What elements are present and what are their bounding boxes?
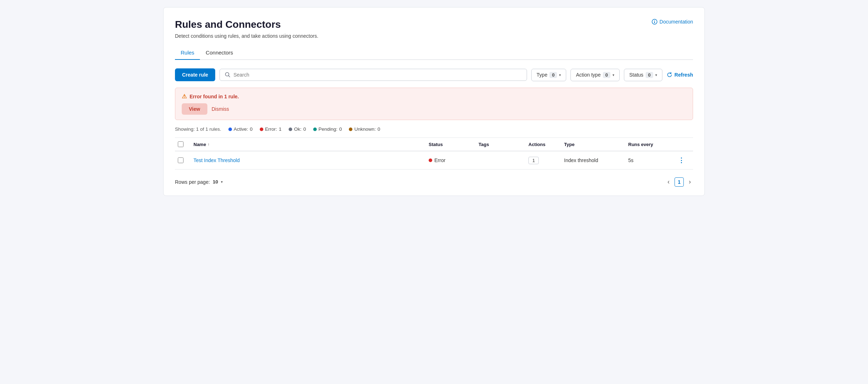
error-actions: View Dismiss (182, 103, 686, 115)
td-checkbox (175, 157, 191, 163)
pagination-row: Rows per page: 10 ▾ ‹ 1 › (175, 177, 693, 187)
create-rule-button[interactable]: Create rule (175, 68, 215, 81)
rows-per-page-value: 10 (213, 179, 218, 185)
td-name: Test Index Threshold (191, 157, 426, 163)
type-label: Type (537, 72, 547, 78)
svg-rect-2 (654, 21, 655, 23)
th-name[interactable]: Name ↑ (191, 142, 426, 147)
type-filter-button[interactable]: Type 0 ▾ (531, 69, 567, 81)
warning-icon: ⚠ (182, 93, 187, 100)
page-header: Rules and Connectors Documentation (175, 19, 693, 30)
active-count: 0 (250, 126, 253, 132)
refresh-label: Refresh (675, 72, 693, 78)
status-error-dot (429, 159, 432, 162)
error-dot (260, 128, 263, 131)
th-checkbox (175, 141, 191, 147)
current-page-number[interactable]: 1 (675, 177, 684, 187)
dismiss-error-button[interactable]: Dismiss (212, 106, 229, 112)
runs-every-value: 5s (628, 157, 634, 163)
td-type: Index threshold (561, 157, 625, 163)
type-count-badge: 0 (549, 72, 557, 78)
type-chevron-icon: ▾ (559, 73, 561, 77)
active-label: Active: (234, 126, 248, 132)
rows-per-page-chevron-icon: ▾ (221, 180, 223, 184)
th-actions: Actions (526, 142, 561, 147)
svg-line-4 (229, 76, 230, 77)
refresh-button[interactable]: Refresh (667, 72, 693, 78)
status-label: Status (629, 72, 644, 78)
rows-per-page-label: Rows per page: (175, 179, 210, 185)
status-filter-button[interactable]: Status 0 ▾ (624, 69, 662, 81)
prev-page-button[interactable]: ‹ (665, 177, 672, 187)
error-banner: ⚠ Error found in 1 rule. View Dismiss (175, 88, 693, 120)
rules-table: Name ↑ Status Tags Actions Type Runs eve… (175, 137, 693, 170)
rule-name-link[interactable]: Test Index Threshold (193, 157, 240, 163)
error-stat: Error: 1 (260, 126, 281, 132)
td-status: Error (426, 157, 476, 163)
status-value: Error (434, 157, 445, 163)
unknown-count: 0 (378, 126, 381, 132)
tab-connectors[interactable]: Connectors (200, 46, 239, 60)
error-label: Error: (265, 126, 277, 132)
td-runs-every: 5s (625, 157, 675, 163)
showing-label: Showing: 1 of 1 rules. (175, 126, 221, 132)
next-page-button[interactable]: › (687, 177, 693, 187)
name-sort-icon: ↑ (207, 142, 210, 146)
search-box (219, 69, 527, 81)
action-type-filter-button[interactable]: Action type 0 ▾ (570, 69, 620, 81)
page-container: Rules and Connectors Documentation Detec… (163, 7, 705, 196)
view-error-button[interactable]: View (182, 103, 207, 115)
ok-stat: Ok: 0 (289, 126, 306, 132)
error-count: 1 (279, 126, 282, 132)
refresh-icon (667, 72, 672, 78)
documentation-link[interactable]: Documentation (652, 19, 693, 25)
active-dot (228, 128, 232, 131)
page-subtitle: Detect conditions using rules, and take … (175, 33, 693, 39)
action-type-label: Action type (576, 72, 600, 78)
pending-stat: Pending: 0 (313, 126, 342, 132)
tab-rules[interactable]: Rules (175, 46, 200, 60)
select-all-checkbox[interactable] (178, 141, 184, 147)
unknown-dot (349, 128, 352, 131)
rows-per-page-selector[interactable]: Rows per page: 10 ▾ (175, 179, 223, 185)
status-chevron-icon: ▾ (655, 73, 657, 77)
action-type-count-badge: 0 (603, 72, 610, 78)
th-runs-every: Runs every (625, 142, 675, 147)
action-type-chevron-icon: ▾ (613, 73, 614, 77)
toolbar: Create rule Type 0 ▾ Action type 0 ▾ Sta… (175, 68, 693, 81)
search-input[interactable] (233, 72, 522, 78)
page-title: Rules and Connectors (175, 19, 281, 30)
error-banner-title: ⚠ Error found in 1 rule. (182, 93, 686, 100)
row-context-menu-button[interactable]: ⋮ (678, 156, 685, 164)
stats-row: Showing: 1 of 1 rules. Active: 0 Error: … (175, 126, 693, 132)
type-value: Index threshold (564, 157, 598, 163)
td-actions: 1 (526, 157, 561, 164)
ok-label: Ok: (294, 126, 301, 132)
th-type: Type (561, 142, 625, 147)
table-header: Name ↑ Status Tags Actions Type Runs eve… (175, 138, 693, 151)
unknown-stat: Unknown: 0 (349, 126, 380, 132)
pending-count: 0 (339, 126, 342, 132)
unknown-label: Unknown: (354, 126, 376, 132)
tabs-bar: Rules Connectors (175, 46, 693, 60)
ok-dot (289, 128, 292, 131)
documentation-icon (652, 19, 657, 25)
td-kebab: ⋮ (675, 156, 693, 164)
th-tags: Tags (476, 142, 526, 147)
pagination-nav: ‹ 1 › (665, 177, 693, 187)
table-row: Test Index Threshold Error 1 Index thres… (175, 151, 693, 170)
svg-point-1 (654, 20, 655, 21)
status-count-badge: 0 (646, 72, 653, 78)
actions-count-badge: 1 (528, 157, 539, 164)
row-checkbox[interactable] (178, 157, 184, 163)
pending-label: Pending: (319, 126, 337, 132)
pending-dot (313, 128, 317, 131)
ok-count: 0 (303, 126, 306, 132)
th-status: Status (426, 142, 476, 147)
search-icon (225, 72, 231, 78)
active-stat: Active: 0 (228, 126, 253, 132)
